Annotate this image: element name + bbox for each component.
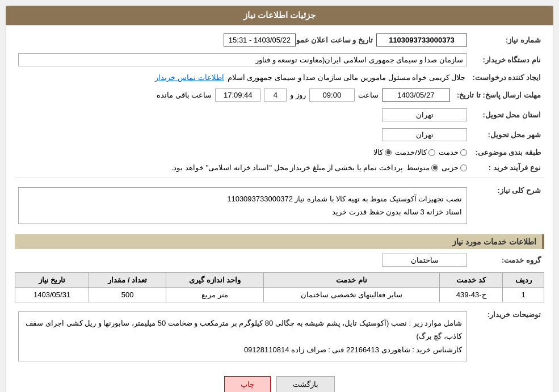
- deadline-date: 1403/05/27: [382, 88, 450, 102]
- cell-unit: متر مربع: [166, 287, 264, 302]
- radio-goods-service-circle[interactable]: [428, 149, 435, 156]
- announce-datetime-value: 1403/05/22 - 15:31: [224, 33, 296, 47]
- label-need-number: شماره نیاز:: [470, 31, 544, 49]
- cell-need-date: 1403/05/31: [15, 287, 89, 302]
- label-service-group: گروه خدمت:: [470, 251, 544, 269]
- radio-medium-label: متوسط: [406, 163, 430, 172]
- radio-medium-item: متوسط: [406, 163, 438, 172]
- label-province: استان محل تحویل:: [470, 106, 544, 124]
- buyer-desc-text: شامل موارد زیر : نصب (آکوستیک تایل، پشم …: [23, 317, 462, 356]
- deadline-time: 09:00: [309, 88, 355, 102]
- col-service-name: نام خدمت: [263, 272, 439, 287]
- deadline-remaining: 17:09:44: [215, 88, 260, 102]
- label-need-desc: شرح کلی نیاز:: [470, 182, 544, 230]
- deadline-cell: 1403/05/27 ساعت 09:00 روز و 4 17:09:44 س…: [15, 86, 453, 104]
- label-days: روز و: [290, 91, 306, 99]
- cell-row-num: 1: [503, 287, 544, 302]
- city-value: تهران: [382, 128, 467, 141]
- service-group-cell: ساختمان: [15, 251, 470, 269]
- radio-partial-item: جزیی: [442, 163, 467, 172]
- label-creator: ایجاد کننده درخواست:: [469, 71, 544, 84]
- print-button[interactable]: چاپ: [224, 376, 271, 392]
- deadline-days: 4: [264, 88, 287, 102]
- services-table: ردیف کد خدمت نام خدمت واحد اندازه گیری ت…: [15, 272, 544, 302]
- province-value: تهران: [382, 108, 467, 121]
- services-table-header-row: ردیف کد خدمت نام خدمت واحد اندازه گیری ت…: [15, 272, 544, 287]
- services-section-title: اطلاعات خدمات مورد نیاز: [15, 234, 544, 249]
- info-table-row1: شماره نیاز: 1103093733000373 تاریخ و ساع…: [15, 31, 544, 49]
- page-container: جزئیات اطلاعات نیاز شماره نیاز: 11030937…: [0, 0, 559, 392]
- radio-goods-label: کالا: [373, 148, 383, 157]
- info-table-row7: طبقه بندی موضوعی: خدمت کالا/خدمت: [15, 146, 544, 159]
- buyer-description-box: شامل موارد زیر : نصب (آکوستیک تایل، پشم …: [18, 311, 467, 361]
- info-table-row8: نوع فرآیند خرید : جزیی متوسط پرداخت تمام…: [15, 161, 544, 174]
- radio-goods-circle[interactable]: [385, 149, 392, 156]
- divider1: [15, 178, 544, 178]
- back-button[interactable]: بازگشت: [276, 376, 335, 392]
- creator-cell: جلال کریمی خواه مسئول مامورین مالی سازما…: [15, 71, 469, 84]
- label-deadline: مهلت ارسال پاسخ: تا تاریخ:: [453, 86, 544, 104]
- info-table-need-desc: شرح کلی نیاز: نصب تجهیزات آکوستیک منوط ب…: [15, 182, 544, 230]
- info-table-row2: نام دستگاه خریدار: سازمان صدا و سیمای جم…: [15, 51, 544, 69]
- province-cell: تهران: [15, 106, 470, 124]
- label-category: طبقه بندی موضوعی:: [470, 146, 544, 159]
- cell-service-name: سایر فعالیتهای تخصصی ساختمان: [263, 287, 439, 302]
- col-unit: واحد اندازه گیری: [166, 272, 264, 287]
- page-title: جزئیات اطلاعات نیاز: [6, 6, 553, 25]
- radio-goods-service-label: کالا/خدمت: [395, 148, 427, 157]
- info-table-row4: مهلت ارسال پاسخ: تا تاریخ: 1403/05/27 سا…: [15, 86, 544, 104]
- services-table-body: 1 ج-43-439 سایر فعالیتهای تخصصی ساختمان …: [15, 287, 544, 302]
- need-number-cell: 1103093733000373 تاریخ و ساعت اعلان عموم…: [15, 31, 470, 49]
- radio-service-item: خدمت: [439, 148, 467, 157]
- cell-quantity: 500: [89, 287, 166, 302]
- need-desc-line2: اسناد خزانه 3 ساله بدون حفظ قدرت خرید: [23, 205, 462, 218]
- info-table-row6: شهر محل تحویل: تهران: [15, 126, 544, 144]
- radio-service-label: خدمت: [439, 148, 459, 157]
- radio-service-circle[interactable]: [460, 149, 467, 156]
- need-number-value: 1103093733000373: [376, 33, 467, 47]
- radio-partial-circle[interactable]: [460, 165, 467, 171]
- label-remaining: ساعت باقی مانده: [157, 91, 212, 99]
- need-desc-line1: نصب تجهیزات آکوستیک منوط به تهیه کالا با…: [23, 192, 462, 205]
- info-table-buyer-desc: توضیحات خریدار: شامل موارد زیر : نصب (آک…: [15, 306, 544, 367]
- radio-goods-service-item: کالا/خدمت: [395, 148, 435, 157]
- info-table-row5: استان محل تحویل: تهران: [15, 106, 544, 124]
- purchase-type-cell: جزیی متوسط پرداخت تمام یا بخشی از مبلغ خ…: [15, 161, 470, 174]
- info-table-row3: ایجاد کننده درخواست: جلال کریمی خواه مسئ…: [15, 71, 544, 84]
- table-row: 1 ج-43-439 سایر فعالیتهای تخصصی ساختمان …: [15, 287, 544, 302]
- radio-medium-circle[interactable]: [431, 165, 438, 171]
- col-quantity: تعداد / مقدار: [89, 272, 166, 287]
- label-time: ساعت: [358, 91, 379, 99]
- label-org: نام دستگاه خریدار:: [470, 51, 544, 69]
- footer-buttons: بازگشت چاپ: [15, 369, 544, 392]
- main-content: شماره نیاز: 1103093733000373 تاریخ و ساع…: [6, 25, 553, 392]
- category-cell: خدمت کالا/خدمت کالا: [15, 146, 470, 159]
- buyer-desc-cell: شامل موارد زیر : نصب (آکوستیک تایل، پشم …: [15, 306, 470, 367]
- need-desc-cell: نصب تجهیزات آکوستیک منوط به تهیه کالا با…: [15, 182, 470, 230]
- label-announce-datetime: تاریخ و ساعت اعلان عمومی:: [299, 36, 373, 44]
- city-cell: تهران: [15, 126, 470, 144]
- need-description-box: نصب تجهیزات آکوستیک منوط به تهیه کالا با…: [18, 187, 467, 224]
- cell-service-code: ج-43-439: [440, 287, 503, 302]
- service-group-value: ساختمان: [382, 254, 467, 267]
- creator-link[interactable]: اطلاعات تماس خریدار: [155, 73, 224, 82]
- label-purchase-type: نوع فرآیند خرید :: [470, 161, 544, 174]
- purchase-type-note: پرداخت تمام یا بخشی از مبلغ خریداز محل "…: [171, 163, 403, 172]
- creator-name-value: جلال کریمی خواه مسئول مامورین مالی سازما…: [228, 73, 466, 82]
- org-cell: سازمان صدا و سیمای جمهوری اسلامی ایران(م…: [15, 51, 470, 69]
- services-table-head: ردیف کد خدمت نام خدمت واحد اندازه گیری ت…: [15, 272, 544, 287]
- label-buyer-desc: توضیحات خریدار:: [470, 306, 544, 367]
- col-row-num: ردیف: [503, 272, 544, 287]
- info-table-service-group: گروه خدمت: ساختمان: [15, 251, 544, 269]
- label-city: شهر محل تحویل:: [470, 126, 544, 144]
- radio-partial-label: جزیی: [442, 163, 459, 172]
- col-need-date: تاریخ نیاز: [15, 272, 89, 287]
- org-name-value: سازمان صدا و سیمای جمهوری اسلامی ایران(م…: [18, 53, 467, 66]
- radio-goods-item: کالا: [373, 148, 392, 157]
- col-service-code: کد خدمت: [440, 272, 503, 287]
